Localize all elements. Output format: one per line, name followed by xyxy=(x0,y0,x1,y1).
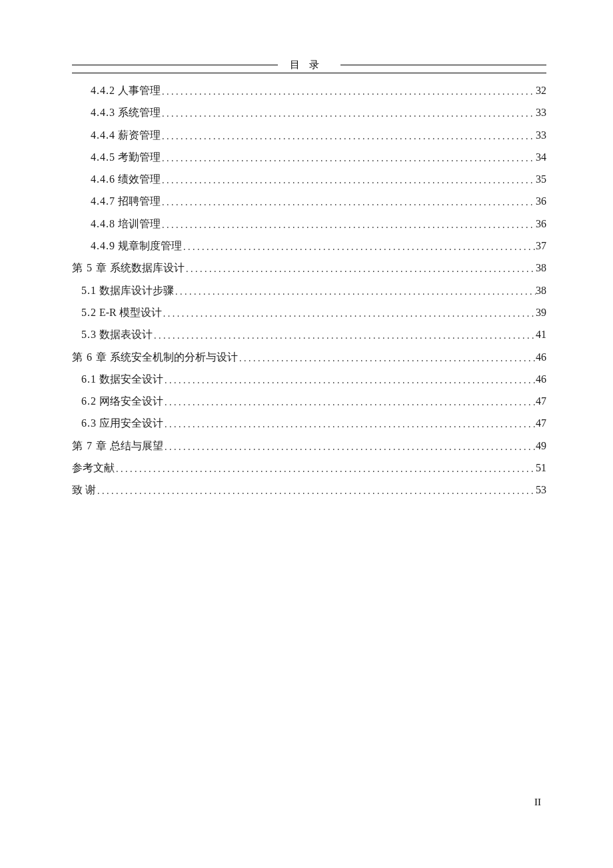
toc-entry-title: 招聘管理 xyxy=(118,195,161,207)
toc-entry-number: 4.4.8 xyxy=(91,218,115,229)
toc-entry-number: 4.4.5 xyxy=(91,151,115,163)
table-of-contents: 4.4.2 人事管理324.4.3 系统管理334.4.4 薪资管理334.4.… xyxy=(72,83,546,499)
toc-entry-label: 5.2 E-R 模型设计 xyxy=(81,305,162,321)
toc-entry-page: 38 xyxy=(536,260,546,277)
toc-entry-title: 数据安全设计 xyxy=(99,373,163,385)
toc-entry-label: 6.3 应用安全设计 xyxy=(81,415,163,432)
toc-entry-page: 41 xyxy=(536,327,546,343)
toc-entry-title: 数据表设计 xyxy=(99,329,153,340)
toc-entry-page: 53 xyxy=(536,482,546,499)
toc-leader-dots xyxy=(153,329,536,343)
page-header: 目录 xyxy=(72,59,546,71)
toc-entry-title: 绩效管理 xyxy=(118,173,161,185)
toc-entry: 6.1 数据安全设计46 xyxy=(72,371,546,388)
toc-entry-page: 46 xyxy=(536,349,546,366)
toc-entry-number: 4.4.3 xyxy=(91,107,115,118)
toc-entry-page: 35 xyxy=(536,171,546,188)
toc-entry-label: 第 6 章 系统安全机制的分析与设计 xyxy=(72,349,238,366)
toc-leader-dots xyxy=(163,373,536,388)
page-number-footer: II xyxy=(534,797,541,808)
toc-entry: 4.4.9 规章制度管理37 xyxy=(72,238,546,255)
toc-entry-page: 36 xyxy=(536,193,546,210)
toc-entry-title: 人事管理 xyxy=(118,85,161,96)
toc-entry-title: 薪资管理 xyxy=(118,129,161,141)
toc-entry: 5.1 数据库设计步骤38 xyxy=(72,283,546,299)
toc-entry-number: 第 6 章 xyxy=(72,351,107,363)
header-title: 目录 xyxy=(278,59,340,71)
header-rule-right xyxy=(340,65,546,65)
toc-leader-dots xyxy=(161,129,536,144)
toc-entry: 6.3 应用安全设计47 xyxy=(72,415,546,432)
toc-entry-label: 4.4.5 考勤管理 xyxy=(91,149,161,166)
toc-entry-page: 37 xyxy=(536,238,546,255)
toc-entry-title: 参考文献 xyxy=(72,462,115,473)
toc-entry-page: 38 xyxy=(536,283,546,299)
document-page: 目录 4.4.2 人事管理324.4.3 系统管理334.4.4 薪资管理334… xyxy=(0,0,613,499)
toc-entry-label: 4.4.7 招聘管理 xyxy=(91,193,161,210)
toc-entry-number: 4.4.4 xyxy=(91,129,115,141)
toc-entry: 6.2 网络安全设计47 xyxy=(72,393,546,410)
toc-entry-page: 33 xyxy=(536,127,546,144)
toc-entry: 4.4.6 绩效管理35 xyxy=(72,171,546,188)
header-underline xyxy=(72,73,546,73)
toc-entry-label: 4.4.8 培训管理 xyxy=(91,216,161,233)
toc-leader-dots xyxy=(174,285,536,299)
toc-entry-label: 6.2 网络安全设计 xyxy=(81,393,163,410)
toc-entry-label: 4.4.2 人事管理 xyxy=(91,83,161,99)
toc-entry-page: 46 xyxy=(536,371,546,388)
toc-entry-title: 网络安全设计 xyxy=(99,395,163,407)
toc-leader-dots xyxy=(163,417,536,432)
toc-leader-dots xyxy=(161,107,536,121)
toc-leader-dots xyxy=(182,240,536,255)
toc-entry: 4.4.2 人事管理32 xyxy=(72,83,546,99)
toc-entry-page: 47 xyxy=(536,415,546,432)
toc-entry-title: 系统管理 xyxy=(118,107,161,118)
toc-entry-label: 第 7 章 总结与展望 xyxy=(72,438,163,455)
toc-entry-page: 49 xyxy=(536,438,546,455)
toc-entry-page: 36 xyxy=(536,216,546,233)
toc-leader-dots xyxy=(96,484,536,499)
toc-leader-dots xyxy=(162,307,536,321)
toc-entry-label: 致 谢 xyxy=(72,482,96,499)
toc-entry: 5.3 数据表设计 41 xyxy=(72,327,546,343)
toc-leader-dots xyxy=(161,85,536,99)
toc-leader-dots xyxy=(115,462,536,477)
toc-entry-title: 致 谢 xyxy=(72,484,96,495)
toc-entry-title: 数据库设计步骤 xyxy=(99,285,174,296)
toc-leader-dots xyxy=(238,351,536,366)
toc-entry-label: 4.4.6 绩效管理 xyxy=(91,171,161,188)
toc-entry-title: 系统数据库设计 xyxy=(110,262,185,273)
toc-entry-number: 5.3 xyxy=(81,329,97,340)
toc-entry-number: 6.2 xyxy=(81,395,97,407)
toc-entry-page: 39 xyxy=(536,305,546,321)
toc-entry-number: 5.1 xyxy=(81,285,97,296)
toc-entry-number: 5.2 xyxy=(81,307,97,318)
toc-entry-label: 5.1 数据库设计步骤 xyxy=(81,283,174,299)
toc-entry-page: 34 xyxy=(536,149,546,166)
toc-entry-title: 总结与展望 xyxy=(110,440,163,451)
toc-entry-page: 33 xyxy=(536,105,546,121)
toc-entry-number: 4.4.6 xyxy=(91,173,115,185)
toc-entry-label: 6.1 数据安全设计 xyxy=(81,371,163,388)
toc-leader-dots xyxy=(161,151,536,166)
toc-entry: 4.4.5 考勤管理34 xyxy=(72,149,546,166)
toc-entry: 4.4.7 招聘管理36 xyxy=(72,193,546,210)
toc-entry-label: 4.4.9 规章制度管理 xyxy=(91,238,182,255)
toc-leader-dots xyxy=(161,173,536,188)
toc-entry-title: 规章制度管理 xyxy=(118,240,182,251)
toc-entry-number: 6.1 xyxy=(81,373,97,385)
toc-entry-title: E-R 模型设计 xyxy=(99,307,162,318)
toc-entry: 致 谢53 xyxy=(72,482,546,499)
toc-entry-number: 第 5 章 xyxy=(72,262,107,273)
toc-leader-dots xyxy=(163,440,536,455)
toc-entry-page: 32 xyxy=(536,83,546,99)
toc-entry-label: 4.4.4 薪资管理 xyxy=(91,127,161,144)
toc-leader-dots xyxy=(163,395,536,410)
toc-leader-dots xyxy=(161,218,536,233)
toc-entry-number: 6.3 xyxy=(81,417,97,429)
toc-entry-number: 4.4.2 xyxy=(91,85,115,96)
toc-entry: 第 7 章 总结与展望49 xyxy=(72,438,546,455)
toc-entry-page: 51 xyxy=(536,460,546,477)
toc-entry: 第 6 章 系统安全机制的分析与设计46 xyxy=(72,349,546,366)
toc-entry-title: 系统安全机制的分析与设计 xyxy=(110,351,238,363)
